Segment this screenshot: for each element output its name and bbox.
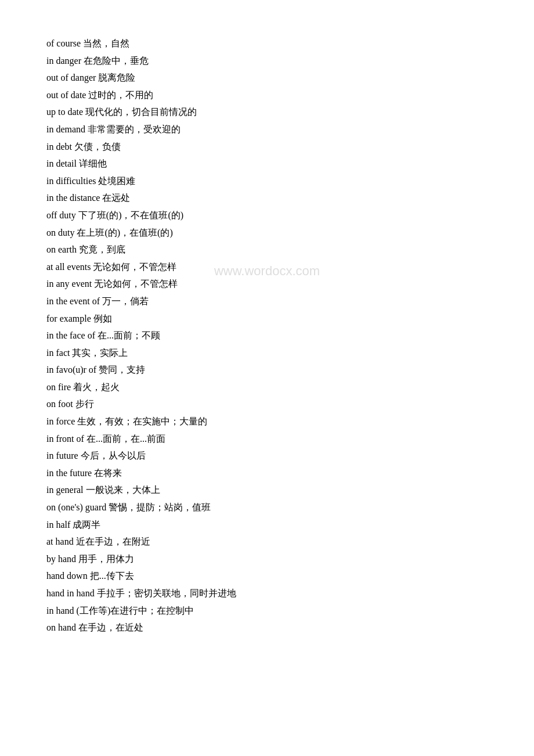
phrase-chinese: (工作等)在进行中；在控制中 (77, 606, 194, 615)
phrase-line: in detail 详细他 (46, 155, 488, 172)
phrase-line: in demand 非常需要的，受欢迎的 (46, 121, 488, 138)
phrase-line: on duty 在上班(的)，在值班(的) (46, 224, 488, 242)
phrase-line: for example 例如 (46, 310, 488, 327)
phrase-line: in hand (工作等)在进行中；在控制中 (46, 602, 488, 620)
phrase-chinese: 非常需要的，受欢迎的 (88, 124, 181, 134)
phrase-line: hand down 把...传下去 (46, 567, 488, 585)
phrase-english: in difficulties (46, 176, 98, 186)
phrase-line: in general 一般说来，大体上 (46, 481, 488, 499)
phrase-english: in the distance (46, 193, 102, 203)
phrase-english: up to date (46, 107, 85, 117)
phrase-chinese: 万一，倘若 (102, 296, 149, 306)
phrase-english: out of date (46, 90, 88, 100)
phrase-line: at all events 无论如何，不管怎样 (46, 258, 488, 276)
phrase-chinese: 无论如何，不管怎样 (93, 262, 176, 272)
phrase-english: on foot (46, 399, 75, 409)
phrase-english: hand down (46, 571, 90, 581)
phrase-chinese: 在将来 (94, 468, 122, 478)
phrase-line: in debt 欠债，负债 (46, 138, 488, 156)
phrase-line: on foot 步行 (46, 395, 488, 413)
phrase-chinese: 把...传下去 (90, 571, 134, 581)
phrase-chinese: 在远处 (102, 193, 130, 203)
phrase-chinese: 在...面前；不顾 (98, 330, 160, 340)
phrase-english: in any event (46, 279, 94, 289)
phrase-line: in the face of 在...面前；不顾 (46, 327, 488, 344)
phrase-english: in force (46, 416, 77, 426)
phrase-english: in hand (46, 606, 77, 615)
phrase-line: at hand 近在手边，在附近 (46, 533, 488, 550)
phrase-english: out of danger (46, 73, 98, 82)
phrase-english: at hand (46, 537, 76, 546)
phrase-english: on duty (46, 228, 77, 237)
phrase-english: in front of (46, 434, 86, 444)
phrase-line: up to date 现代化的，切合目前情况的 (46, 103, 488, 121)
phrase-chinese: 成两半 (73, 520, 100, 530)
phrase-line: in any event 无论如何，不管怎样 (46, 275, 488, 293)
phrase-chinese: 赞同，支持 (99, 365, 145, 375)
phrase-chinese: 步行 (75, 399, 94, 409)
phrase-line: in the event of 万一，倘若 (46, 293, 488, 310)
phrase-english: in general (46, 485, 86, 495)
phrase-line: in the distance 在远处 (46, 189, 488, 207)
phrase-chinese: 今后，从今以后 (81, 451, 146, 460)
phrases-list: of course 当然，自然in danger 在危险中，垂危out of d… (46, 35, 488, 636)
phrase-english: in fact (46, 348, 72, 358)
phrase-line: in half 成两半 (46, 516, 488, 534)
phrase-chinese: 在上班(的)，在值班(的) (77, 228, 172, 237)
phrase-english: in the face of (46, 330, 98, 340)
phrase-chinese: 手拉手；密切关联地，同时并进地 (97, 588, 236, 598)
phrase-english: at all events (46, 262, 93, 272)
phrase-chinese: 当然，自然 (83, 38, 129, 48)
phrase-line: on hand 在手边，在近处 (46, 619, 488, 636)
phrase-line: in danger 在危险中，垂危 (46, 52, 488, 70)
phrase-english: in the event of (46, 296, 102, 306)
phrase-line: in force 生效，有效；在实施中；大量的 (46, 413, 488, 430)
phrase-english: on (one's) guard (46, 502, 109, 512)
phrase-english: in debt (46, 142, 74, 152)
phrase-chinese: 在手边，在近处 (78, 622, 143, 632)
phrase-line: hand in hand 手拉手；密切关联地，同时并进地 (46, 585, 488, 602)
phrase-line: on (one's) guard 警惕，提防；站岗，值班 (46, 499, 488, 516)
phrase-english: of course (46, 38, 83, 48)
phrase-english: in half (46, 520, 73, 530)
phrase-english: by hand (46, 554, 78, 564)
phrase-chinese: 在危险中，垂危 (84, 56, 149, 66)
phrase-line: off duty 下了班(的)，不在值班(的) (46, 207, 488, 224)
phrase-line: in favo(u)r of 赞同，支持 (46, 361, 488, 379)
phrase-chinese: 过时的，不用的 (88, 90, 153, 100)
phrase-line: out of danger 脱离危险 (46, 69, 488, 87)
phrase-chinese: 其实，实际上 (72, 348, 128, 358)
phrase-chinese: 警惕，提防；站岗，值班 (109, 502, 211, 512)
phrase-chinese: 处境困难 (98, 176, 135, 186)
phrase-chinese: 近在手边，在附近 (76, 537, 150, 546)
phrase-chinese: 一般说来，大体上 (86, 485, 160, 495)
phrase-chinese: 脱离危险 (98, 73, 135, 82)
phrase-english: in demand (46, 124, 88, 134)
phrase-line: in front of 在...面前，在...前面 (46, 430, 488, 448)
phrase-chinese: 下了班(的)，不在值班(的) (78, 210, 183, 220)
phrase-english: on earth (46, 244, 79, 254)
phrase-line: on fire 着火，起火 (46, 379, 488, 396)
phrase-line: on earth 究竟，到底 (46, 241, 488, 258)
phrase-chinese: 无论如何，不管怎样 (94, 279, 178, 289)
phrase-english: in favo(u)r of (46, 365, 99, 375)
phrase-chinese: 生效，有效；在实施中；大量的 (77, 416, 207, 426)
phrase-english: in danger (46, 56, 84, 66)
phrase-line: in difficulties 处境困难 (46, 172, 488, 190)
phrase-english: on hand (46, 622, 78, 632)
phrase-english: in detail (46, 159, 79, 168)
phrase-chinese: 在...面前，在...前面 (86, 434, 165, 444)
phrase-chinese: 着火，起火 (73, 382, 120, 392)
phrase-chinese: 例如 (93, 314, 112, 323)
phrase-chinese: 用手，用体力 (78, 554, 134, 564)
phrase-chinese: 详细他 (79, 159, 107, 168)
phrase-english: in future (46, 451, 81, 460)
phrase-line: in future 今后，从今以后 (46, 447, 488, 465)
phrase-english: hand in hand (46, 588, 97, 598)
phrase-english: in the future (46, 468, 94, 478)
phrase-line: by hand 用手，用体力 (46, 550, 488, 568)
phrase-english: on fire (46, 382, 73, 392)
phrase-line: in the future 在将来 (46, 465, 488, 482)
content-area: www.wordocx.com of course 当然，自然in danger… (46, 35, 488, 636)
phrase-chinese: 欠债，负债 (74, 142, 121, 152)
